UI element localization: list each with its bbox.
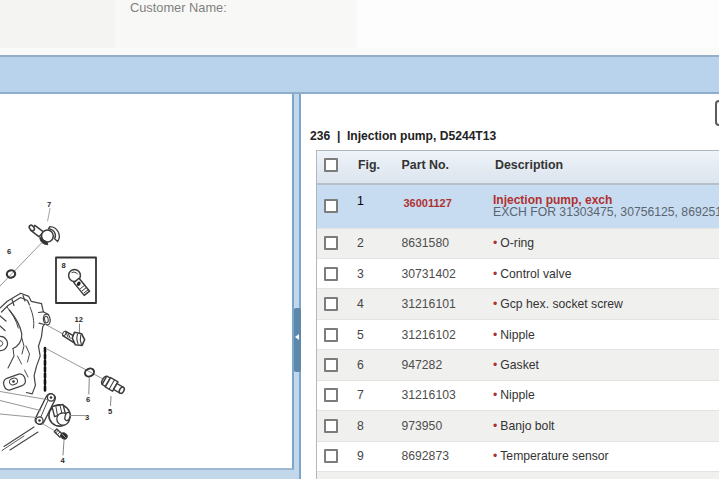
svg-text:6: 6 [86, 395, 90, 404]
svg-text:7: 7 [47, 200, 51, 209]
svg-text:12: 12 [75, 315, 83, 324]
svg-text:6: 6 [7, 247, 11, 256]
svg-text:3: 3 [85, 413, 89, 422]
svg-text:4: 4 [61, 456, 66, 465]
svg-text:5: 5 [108, 407, 113, 416]
svg-text:8: 8 [62, 261, 66, 270]
